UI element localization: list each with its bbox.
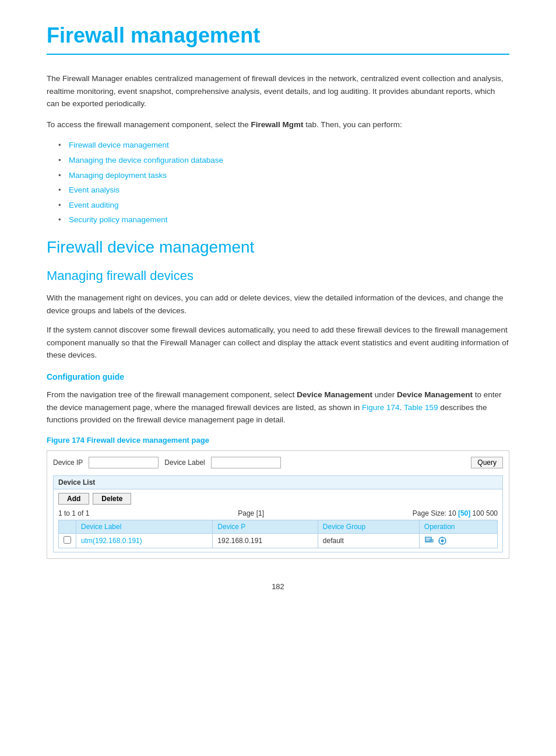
page-number: 182 bbox=[47, 582, 509, 591]
link-firewall-device[interactable]: Firewall device management bbox=[69, 141, 169, 149]
col-device-label: Device Label bbox=[76, 520, 213, 533]
settings-icon[interactable] bbox=[437, 536, 448, 545]
list-item-event-auditing: Event auditing bbox=[58, 199, 509, 212]
table159-link[interactable]: Table 159 bbox=[404, 403, 438, 412]
svg-marker-1 bbox=[432, 539, 434, 542]
row-device-p: 192.168.0.191 bbox=[213, 533, 318, 548]
edit-icon[interactable] bbox=[424, 536, 435, 545]
svg-rect-3 bbox=[426, 540, 430, 541]
page-size: Page Size: 10 [50] 100 500 bbox=[413, 509, 498, 517]
query-button[interactable]: Query bbox=[471, 457, 503, 468]
pagination-row: 1 to 1 of 1 Page [1] Page Size: 10 [50] … bbox=[58, 509, 498, 517]
col-device-p: Device P bbox=[213, 520, 318, 533]
row-device-group: default bbox=[318, 533, 419, 548]
link-event-analysis[interactable]: Event analysis bbox=[69, 186, 119, 194]
list-item-config-db: Managing the device configuration databa… bbox=[58, 154, 509, 167]
subsection-title: Managing firewall devices bbox=[47, 268, 509, 284]
device-ip-input[interactable] bbox=[89, 457, 159, 468]
list-item-firewall-device: Firewall device management bbox=[58, 139, 509, 152]
pagination-range: 1 to 1 of 1 bbox=[58, 509, 89, 517]
device-list-body: Add Delete 1 to 1 of 1 Page [1] Page Siz… bbox=[53, 489, 503, 552]
figure-box: Device IP Device Label Query Device List… bbox=[47, 450, 509, 559]
row-checkbox-input[interactable] bbox=[64, 536, 71, 544]
add-button[interactable]: Add bbox=[58, 493, 89, 505]
figure-caption: Figure 174 Firewall device management pa… bbox=[47, 436, 509, 444]
svg-rect-2 bbox=[426, 538, 431, 539]
row-operation bbox=[419, 533, 497, 548]
pagination-page: Page [1] bbox=[238, 509, 264, 517]
col-device-group: Device Group bbox=[318, 520, 419, 533]
figure174-link[interactable]: Figure 174 bbox=[362, 403, 400, 412]
device-label-input[interactable] bbox=[211, 457, 281, 468]
link-security-policy[interactable]: Security policy management bbox=[69, 215, 168, 224]
filter-row: Device IP Device Label Query bbox=[53, 457, 503, 468]
feature-list: Firewall device management Managing the … bbox=[58, 139, 509, 226]
list-item-security-policy: Security policy management bbox=[58, 214, 509, 226]
intro-paragraph2: To access the firewall management compon… bbox=[47, 118, 509, 131]
subsection-para1: With the management right on devices, yo… bbox=[47, 292, 509, 317]
action-buttons: Add Delete bbox=[58, 493, 498, 505]
list-item-deployment: Managing deployment tasks bbox=[58, 169, 509, 182]
device-label-label: Device Label bbox=[164, 459, 205, 467]
config-guide-heading: Configuration guide bbox=[47, 372, 509, 382]
link-event-auditing[interactable]: Event auditing bbox=[69, 201, 119, 209]
svg-point-5 bbox=[441, 539, 444, 542]
intro-paragraph1: The Firewall Manager enables centralized… bbox=[47, 72, 509, 110]
col-operation: Operation bbox=[419, 520, 497, 533]
device-label-link[interactable]: utm(192.168.0.191) bbox=[81, 537, 142, 545]
table-row: utm(192.168.0.191) 192.168.0.191 default bbox=[59, 533, 498, 548]
row-checkbox[interactable] bbox=[59, 533, 76, 548]
device-table: Device Label Device P Device Group Opera… bbox=[58, 520, 498, 548]
col-checkbox bbox=[59, 520, 76, 533]
delete-button[interactable]: Delete bbox=[93, 493, 131, 505]
row-device-label: utm(192.168.0.191) bbox=[76, 533, 213, 548]
section1-title: Firewall device management bbox=[47, 238, 509, 257]
link-config-db[interactable]: Managing the device configuration databa… bbox=[69, 156, 223, 164]
main-title: Firewall management bbox=[47, 23, 509, 55]
config-guide-para: From the navigation tree of the firewall… bbox=[47, 388, 509, 426]
device-list-header: Device List bbox=[53, 475, 503, 489]
table-header-row: Device Label Device P Device Group Opera… bbox=[59, 520, 498, 533]
subsection-para2: If the system cannot discover some firew… bbox=[47, 324, 509, 362]
operation-icons bbox=[424, 536, 492, 545]
device-ip-label: Device IP bbox=[53, 459, 83, 467]
link-deployment[interactable]: Managing deployment tasks bbox=[69, 171, 167, 180]
list-item-event-analysis: Event analysis bbox=[58, 184, 509, 197]
